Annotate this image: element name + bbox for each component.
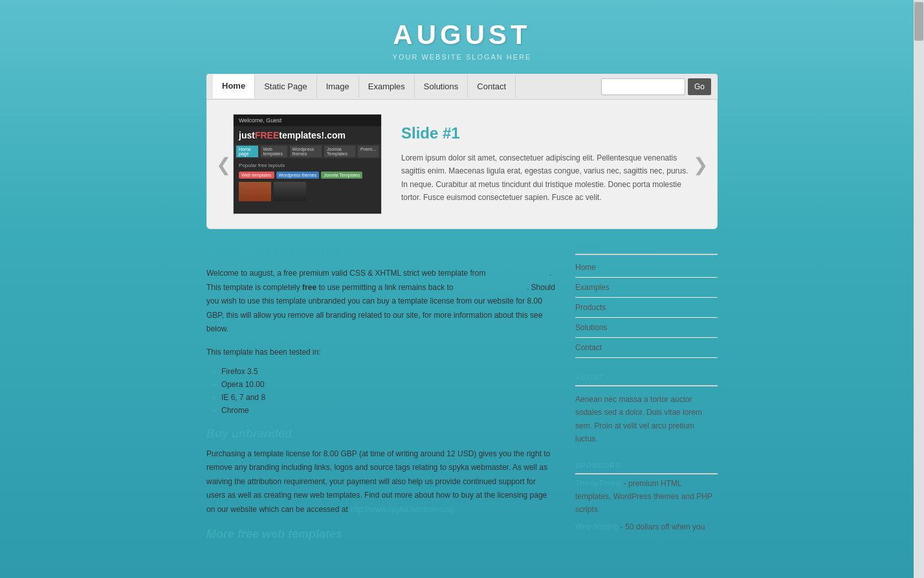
slide-mock-nav-item: Home page: [236, 146, 258, 157]
sidebar-nav-home[interactable]: Home: [575, 258, 718, 278]
slider-next-button[interactable]: ❯: [687, 153, 714, 175]
slide-mock-tag-wp: Wordpress themes: [276, 172, 320, 179]
slide-image: Welcome, Guest justFREEtemplates!.com Ho…: [233, 114, 382, 214]
nav-bar: Home Static Page Image Examples Solution…: [206, 74, 718, 100]
sponsor2-link[interactable]: Web hosting: [575, 522, 619, 531]
slide-mock-header: Welcome, Guest: [234, 115, 381, 126]
slider-prev-button[interactable]: ❮: [210, 153, 237, 175]
search-area: Go: [601, 78, 711, 95]
nav-links: Home Static Page Image Examples Solution…: [213, 74, 516, 98]
nav-link-home[interactable]: Home: [213, 74, 255, 98]
search-button[interactable]: Go: [688, 78, 711, 95]
sidebar-navigate: NAVIGATE Home Examples Products Solution…: [575, 242, 718, 358]
sidebar-sponsors: SPONSORS ThemeForest - premium HTML temp…: [575, 461, 718, 534]
sidebar-about: ABOUT Aenean nec massa a tortor auctor s…: [575, 373, 718, 446]
licensing-link[interactable]: http://www.spyka.net/licensing: [350, 505, 454, 514]
slide-mock-nav-item: Web templates: [261, 146, 287, 157]
slide-mock-tags: Web templates Wordpress themes Joomla Te…: [239, 172, 376, 179]
intro-title: Introduction to august: [206, 242, 556, 259]
site-header: AUGUST YOUR WEBSITE SLOGAN HERE: [0, 0, 924, 74]
browser-ie: IE 6, 7 and 8: [213, 391, 556, 404]
slide-mock-tag-joomla: Joomla Templates: [321, 172, 362, 179]
scrollbar-thumb[interactable]: [914, 2, 923, 41]
sidebar-navigate-heading: NAVIGATE: [575, 242, 718, 255]
site-title: AUGUST: [0, 19, 924, 50]
sponsor1: ThemeForest - premium HTML templates, Wo…: [575, 477, 718, 517]
sidebar-nav-products[interactable]: Products: [575, 298, 718, 318]
sidebar: NAVIGATE Home Examples Products Solution…: [575, 242, 718, 549]
nav-link-examples[interactable]: Examples: [359, 75, 415, 98]
spyka-link[interactable]: spyka: [488, 269, 508, 278]
sponsor2-desc: - 50 dollars off when you: [619, 522, 705, 531]
slide-mock-nav-item: Wordpress themes: [290, 146, 322, 157]
slide-title: Slide #1: [401, 124, 691, 142]
main-content: Introduction to august Welcome to august…: [206, 242, 556, 549]
sidebar-about-text: Aenean nec massa a tortor auctor sodales…: [575, 389, 718, 446]
slide-content: Slide #1 Lorem ipsum dolor sit amet, con…: [401, 124, 691, 205]
sidebar-nav-contact[interactable]: Contact: [575, 338, 718, 358]
site-slogan: YOUR WEBSITE SLOGAN HERE: [0, 53, 924, 61]
sidebar-sponsors-heading: SPONSORS: [575, 461, 718, 474]
browser-chrome: Chrome: [213, 404, 556, 417]
slide-mock-bar2: [274, 182, 306, 201]
slide-mock-bars: [239, 182, 376, 201]
slide-mock-body: Popular free layouts Web templates Wordp…: [234, 159, 381, 214]
scrollbar[interactable]: [914, 0, 924, 578]
sponsor2: Web hosting - 50 dollars off when you: [575, 520, 718, 533]
spyka-net-link[interactable]: http://www.spyka.net: [456, 283, 527, 292]
sidebar-nav-solutions[interactable]: Solutions: [575, 318, 718, 338]
more-title: More free web templates: [206, 528, 556, 541]
slide-mock-logo: justFREEtemplates!.com: [234, 126, 381, 144]
content-area: Introduction to august Welcome to august…: [206, 242, 718, 568]
tested-intro: This template has been tested in:: [206, 346, 556, 360]
webmaster-link[interactable]: Webmaster: [511, 269, 549, 278]
buy-text: Purchasing a template license for 8.00 G…: [206, 447, 556, 517]
browser-opera: Opera 10.00: [213, 378, 556, 391]
slider: ❮ Welcome, Guest justFREEtemplates!.com …: [206, 100, 718, 229]
nav-link-static-page[interactable]: Static Page: [255, 75, 317, 98]
buy-title: Buy unbranded: [206, 427, 556, 441]
slide-text: Lorem ipsum dolor sit amet, consectetuer…: [401, 151, 691, 205]
slide-mock-nav: Home page Web templates Wordpress themes…: [234, 144, 381, 159]
nav-link-solutions[interactable]: Solutions: [415, 75, 468, 98]
sidebar-about-heading: ABOUT: [575, 373, 718, 386]
browser-firefox: Firefox 3.5: [213, 365, 556, 378]
nav-link-contact[interactable]: Contact: [468, 75, 516, 98]
search-input[interactable]: [601, 78, 685, 95]
slide-mock-heading: Popular free layouts: [239, 162, 376, 168]
main-wrap: Home Static Page Image Examples Solution…: [206, 74, 718, 568]
slide-mock-tag-web: Web templates: [239, 172, 274, 179]
slide-mock-bar1: [239, 182, 271, 201]
sponsor1-link[interactable]: ThemeForest: [575, 479, 621, 488]
nav-link-image[interactable]: Image: [317, 75, 359, 98]
slide-mock-nav-item: Premi...: [358, 146, 379, 157]
intro-paragraph-1: Welcome to august, a free premium valid …: [206, 267, 556, 337]
browser-list: Firefox 3.5 Opera 10.00 IE 6, 7 and 8 Ch…: [206, 365, 556, 417]
slide-mock-nav-item: Joomla Templates: [324, 146, 355, 157]
sidebar-nav-examples[interactable]: Examples: [575, 278, 718, 298]
